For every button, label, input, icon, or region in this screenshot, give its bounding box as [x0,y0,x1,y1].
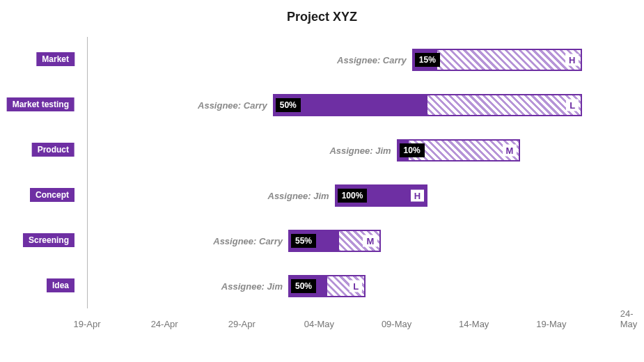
assignee-label: Assignee: Carry [213,235,283,246]
assignee-label: Assignee: Carry [198,100,267,110]
task-row: ProductAssignee: Jim10%M [31,138,629,163]
priority-badge: M [503,144,517,156]
y-label: Market [36,52,74,66]
y-label: Concept [30,188,74,202]
x-tick: 24-Apr [151,319,178,329]
x-tick: 09-May [382,319,411,329]
task-bar: Assignee: Jim100%H [335,184,427,207]
x-tick: 29-Apr [228,319,256,329]
task-bar: Assignee: Jim10%M [397,139,521,162]
plot-area: MarketAssignee: Carry15%HMarket testingA… [31,37,629,329]
x-tick: 04-May [304,319,334,329]
assignee-label: Assignee: Carry [337,54,407,65]
progress-badge: 50% [276,98,301,112]
y-axis-line [87,37,88,308]
x-tick: 24-May [620,308,638,329]
progress-badge: 100% [338,189,368,203]
gantt-chart: Project XYZ MarketAssignee: Carry15%HMar… [0,0,644,362]
task-row: Market testingAssignee: Carry50%L [31,93,629,118]
task-bar: Assignee: Carry15%H [412,49,583,71]
priority-badge: H [411,189,424,201]
assignee-label: Assignee: Jim [268,190,329,200]
y-label: Product [32,143,74,157]
y-label: Idea [47,278,74,292]
task-row: MarketAssignee: Carry15%H [31,47,629,72]
y-label: Market testing [7,97,74,111]
task-row: ScreeningAssignee: Carry55%M [31,228,629,253]
assignee-label: Assignee: Jim [221,281,283,291]
task-row: ConceptAssignee: Jim100%H [31,183,629,208]
progress-badge: 50% [291,279,316,293]
priority-badge: L [566,99,579,111]
x-axis: 19-Apr24-Apr29-Apr04-May09-May14-May19-M… [31,308,629,329]
task-bar: Assignee: Jim50%L [288,275,366,297]
priority-badge: M [363,235,377,246]
chart-title: Project XYZ [0,10,644,24]
task-bar: Assignee: Carry50%L [273,94,583,116]
progress-badge: 55% [291,234,316,248]
assignee-label: Assignee: Jim [329,145,391,155]
priority-badge: L [350,280,362,292]
progress-badge: 15% [415,53,440,67]
y-label: Screening [23,233,74,247]
x-tick: 19-May [536,319,566,329]
progress-badge: 10% [400,143,425,157]
x-tick: 19-Apr [73,319,100,329]
task-bar: Assignee: Carry55%M [288,230,381,252]
priority-badge: H [565,54,579,65]
x-tick: 14-May [459,319,489,329]
task-row: IdeaAssignee: Jim50%L [31,274,629,299]
